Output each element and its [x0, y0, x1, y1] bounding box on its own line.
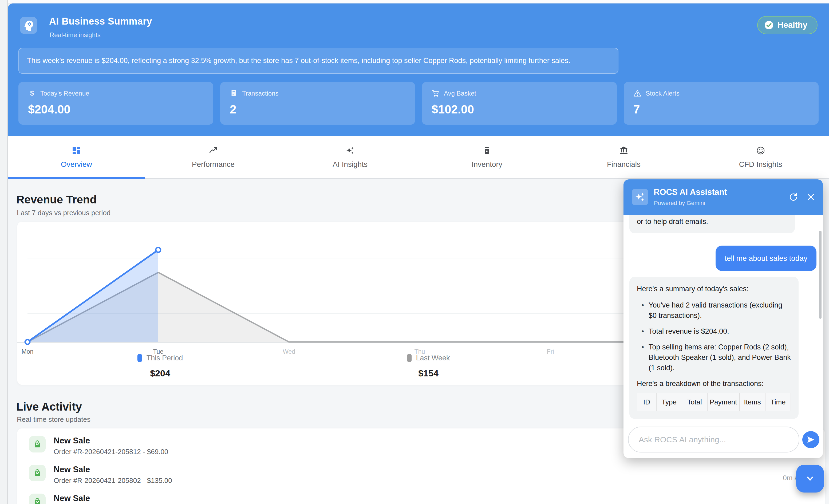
dashboard-icon — [72, 146, 81, 155]
refresh-icon[interactable] — [787, 191, 799, 203]
dashboard-page: AI Business Summary Real-time insights H… — [0, 0, 829, 504]
legend-last-week: Last Week — [407, 354, 450, 362]
status-badge-label: Healthy — [778, 20, 807, 30]
chat-toggle-button[interactable] — [796, 465, 824, 493]
summary-bullet: • You've had 2 valid transactions (exclu… — [637, 300, 791, 321]
chat-subtitle: Powered by Gemini — [654, 200, 705, 207]
summary-bullet: • Top selling items are: Copper Rods (2 … — [637, 342, 791, 373]
tab-label: CFD Insights — [739, 160, 782, 169]
check-circle-icon — [764, 20, 774, 30]
ai-summary-text: This week's revenue is $204.00, reflecti… — [27, 57, 570, 65]
tab-cfd-insights[interactable]: CFD Insights — [692, 136, 829, 178]
activity-title: New Sale — [53, 494, 90, 503]
ai-summary-header: AI Business Summary Real-time insights H… — [8, 3, 829, 136]
tab-overview[interactable]: Overview — [8, 136, 145, 178]
sparkle-icon — [632, 189, 648, 205]
live-activity-title: Live Activity — [16, 400, 82, 413]
chat-message-list: sales today, inventory, top performers, … — [623, 215, 819, 423]
legend-label: This Period — [147, 354, 183, 362]
stat-value: 7 — [634, 103, 640, 116]
bullet-dot: • — [637, 326, 649, 337]
activity-detail: Order #R-20260421-205802 - $135.00 — [53, 476, 172, 485]
status-badge: Healthy — [757, 16, 818, 34]
receipt-icon — [230, 89, 238, 98]
warning-icon — [634, 89, 641, 98]
trending-up-icon — [209, 146, 218, 155]
live-activity-subtitle: Real-time store updates — [17, 416, 91, 424]
main-tab-bar: Overview Performance AI — [8, 136, 829, 179]
stat-card-avg-basket: Avg Basket $102.00 — [422, 82, 617, 125]
chevron-down-icon — [804, 473, 816, 484]
cart-icon — [432, 89, 440, 98]
table-header: Total — [682, 393, 707, 411]
psychology-icon — [20, 17, 37, 34]
svg-text:Wed: Wed — [283, 348, 295, 355]
transactions-table: ID Type Total Payment Items Time — [637, 393, 791, 411]
legend-this-period: This Period — [138, 354, 183, 362]
bullet-text: Top selling items are: Copper Rods (2 so… — [649, 342, 791, 373]
user-message: tell me about sales today — [716, 246, 817, 271]
tab-label: AI Insights — [332, 160, 367, 169]
chat-input-row — [623, 423, 823, 458]
tab-performance[interactable]: Performance — [145, 136, 282, 178]
dollar-icon: $ — [28, 89, 36, 98]
stat-card-todays-revenue: $ Today's Revenue $204.00 — [19, 82, 213, 125]
activity-time: 6d ago — [788, 503, 810, 504]
bullet-dot: • — [637, 342, 649, 373]
page-subtitle: Real-time insights — [50, 31, 101, 39]
tab-financials[interactable]: Financials — [555, 136, 692, 178]
tab-label: Performance — [192, 160, 235, 169]
assistant-intro-visible-line: or to help draft emails. — [637, 216, 787, 227]
shopping-bag-icon — [29, 436, 46, 453]
tab-ai-insights[interactable]: AI Insights — [282, 136, 419, 178]
stat-label: Stock Alerts — [646, 90, 680, 97]
legend-label: Last Week — [416, 354, 450, 362]
assistant-message-summary: Here's a summary of today's sales: • You… — [629, 277, 799, 419]
stat-cards-row: $ Today's Revenue $204.00 — [19, 82, 819, 125]
svg-text:Mon: Mon — [22, 348, 34, 355]
legend-value-this-period: $204 — [150, 368, 170, 379]
stat-value: 2 — [230, 103, 236, 116]
tab-label: Financials — [607, 160, 641, 169]
send-button[interactable] — [802, 431, 819, 448]
stat-label: Avg Basket — [444, 90, 476, 97]
legend-swatch-last-week — [407, 354, 411, 362]
inventory-icon — [482, 146, 491, 155]
revenue-trend-title: Revenue Trend — [16, 193, 97, 206]
legend-swatch-this-period — [138, 354, 142, 362]
table-header: Items — [740, 393, 765, 411]
page-edge-left — [0, 0, 8, 504]
bullet-text: Total revenue is $204.00. — [649, 326, 729, 337]
list-item: New Sale Order #R-20260415-110605 - $154… — [29, 494, 813, 504]
table-header-row: ID Type Total Payment Items Time — [637, 393, 791, 411]
activity-detail: Order #R-20260421-205812 - $69.00 — [53, 448, 168, 456]
bullet-dot: • — [637, 300, 649, 321]
activity-title: New Sale — [53, 465, 90, 474]
tab-inventory[interactable]: Inventory — [419, 136, 555, 178]
rocs-ai-assistant-panel: ROCS AI Assistant Powered by Gemini sale… — [623, 179, 823, 458]
ai-summary-banner: This week's revenue is $204.00, reflecti… — [19, 48, 618, 74]
summary-intro: Here's a summary of today's sales: — [637, 284, 791, 294]
table-header: ID — [637, 393, 656, 411]
chat-input[interactable] — [628, 427, 799, 453]
sparkle-icon — [346, 146, 355, 155]
table-header: Payment — [707, 393, 740, 411]
shopping-bag-icon — [29, 465, 46, 481]
revenue-trend-subtitle: Last 7 days vs previous period — [17, 209, 110, 217]
summary-bullet: • Total revenue is $204.00. — [637, 326, 791, 337]
svg-text:Fri: Fri — [547, 348, 554, 355]
smiley-icon — [756, 146, 765, 155]
chat-title: ROCS AI Assistant — [654, 187, 727, 197]
list-item: New Sale Order #R-20260421-205802 - $135… — [29, 465, 813, 491]
close-icon[interactable] — [805, 191, 817, 203]
bullet-text: You've had 2 valid transactions (excludi… — [649, 300, 791, 321]
activity-title: New Sale — [53, 436, 90, 445]
tab-label: Inventory — [472, 160, 502, 169]
table-header: Type — [656, 393, 682, 411]
svg-text:$: $ — [30, 89, 34, 97]
breakdown-intro: Here's a breakdown of the transactions: — [637, 379, 791, 389]
legend-value-last-week: $154 — [418, 368, 438, 379]
page-title: AI Business Summary — [49, 16, 152, 27]
stat-label: Today's Revenue — [40, 90, 89, 97]
chat-scrollbar[interactable] — [819, 231, 822, 319]
